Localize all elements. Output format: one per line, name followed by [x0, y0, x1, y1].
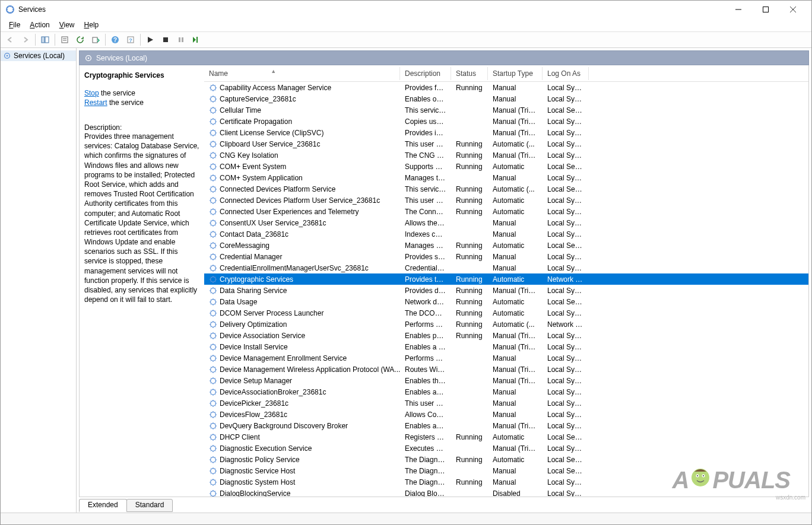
service-row[interactable]: Data Sharing ServiceProvides da...Runnin…: [204, 285, 808, 296]
show-hide-tree-button[interactable]: [38, 33, 52, 47]
service-desc-cell: Dialog Bloc...: [400, 489, 451, 497]
service-status-cell: Running: [451, 163, 488, 171]
column-name[interactable]: Name▲: [204, 67, 400, 80]
service-row[interactable]: Device Setup ManagerEnables the ...Manua…: [204, 375, 808, 386]
service-status-cell: Running: [451, 241, 488, 250]
service-row[interactable]: Data UsageNetwork da...RunningAutomaticL…: [204, 296, 808, 307]
service-row[interactable]: Device Management Enrollment ServicePerf…: [204, 352, 808, 364]
service-name-cell: Device Install Service: [204, 343, 400, 351]
service-row[interactable]: Clipboard User Service_23681cThis user s…: [204, 138, 808, 149]
service-desc-cell: Enables the ...: [400, 377, 451, 385]
service-row[interactable]: DCOM Server Process LauncherThe DCOML...…: [204, 307, 808, 319]
service-row[interactable]: Capability Access Manager ServiceProvide…: [204, 82, 808, 93]
service-name-cell: DeviceAssociationBroker_23681c: [204, 388, 400, 396]
service-row[interactable]: Diagnostic Policy ServiceThe Diagno...Ru…: [204, 454, 808, 465]
refresh-button[interactable]: [73, 33, 87, 47]
service-startup-cell: Manual (Trig...: [488, 129, 543, 137]
restart-service-link[interactable]: Restart: [84, 98, 107, 107]
column-description[interactable]: Description: [400, 67, 451, 80]
service-logon-cell: Local Syste...: [543, 332, 589, 340]
service-logon-cell: Local Syste...: [543, 489, 589, 497]
service-row[interactable]: ConsentUX User Service_23681cAllows the …: [204, 217, 808, 228]
services-list[interactable]: Name▲ Description Status Startup Type Lo…: [204, 65, 808, 497]
export-list-button[interactable]: [88, 33, 103, 47]
column-status[interactable]: Status: [451, 67, 488, 80]
tree-item-services-local[interactable]: Services (Local): [1, 50, 76, 61]
console-tree[interactable]: Services (Local): [1, 48, 77, 513]
menu-help[interactable]: Help: [80, 20, 104, 30]
service-row[interactable]: Contact Data_23681cIndexes con...ManualL…: [204, 228, 808, 240]
services-window: Services File Action View Help ? ?: [0, 0, 812, 525]
help-topics-button[interactable]: ?: [123, 33, 138, 47]
menu-action[interactable]: Action: [25, 20, 54, 30]
pause-service-button[interactable]: [174, 33, 188, 47]
service-row[interactable]: CoreMessagingManages co...RunningAutomat…: [204, 240, 808, 251]
service-status-cell: Running: [451, 332, 488, 340]
service-desc-cell: Executes di...: [400, 444, 451, 453]
column-logon-as[interactable]: Log On As: [543, 67, 589, 80]
gear-icon: [209, 275, 217, 284]
service-row[interactable]: DialogBlockingServiceDialog Bloc...Disab…: [204, 488, 808, 497]
service-name-cell: Connected User Experiences and Telemetry: [204, 208, 400, 216]
stop-service-button[interactable]: [158, 33, 173, 47]
menu-file[interactable]: File: [4, 20, 25, 30]
service-row[interactable]: Cryptographic ServicesProvides thr...Run…: [204, 273, 808, 285]
back-button[interactable]: [3, 33, 17, 47]
service-row[interactable]: Delivery OptimizationPerforms co...Runni…: [204, 319, 808, 330]
service-status-cell: Running: [451, 320, 488, 329]
service-startup-cell: Manual: [488, 253, 543, 261]
service-row[interactable]: Certificate PropagationCopies user ...Ma…: [204, 116, 808, 127]
service-name-cell: Diagnostic Service Host: [204, 467, 400, 475]
service-row[interactable]: DHCP ClientRegisters an...RunningAutomat…: [204, 431, 808, 443]
svg-rect-2: [763, 7, 769, 12]
properties-button[interactable]: [58, 33, 72, 47]
service-row[interactable]: Device Association ServiceEnables pair..…: [204, 330, 808, 341]
service-row[interactable]: COM+ Event SystemSupports Sy...RunningAu…: [204, 161, 808, 172]
stop-service-link[interactable]: Stop: [84, 89, 99, 97]
gear-icon: [209, 95, 217, 103]
service-row[interactable]: Diagnostic System HostThe Diagno...Runni…: [204, 476, 808, 488]
service-startup-cell: Manual (Trig...: [488, 287, 543, 295]
service-logon-cell: Local Service: [543, 163, 589, 171]
service-startup-cell: Automatic (...: [488, 185, 543, 193]
tab-standard[interactable]: Standard: [126, 499, 173, 512]
service-row[interactable]: Connected Devices Platform ServiceThis s…: [204, 183, 808, 195]
service-row[interactable]: Cellular TimeThis service ...Manual (Tri…: [204, 104, 808, 116]
help-button[interactable]: ?: [108, 33, 122, 47]
service-row[interactable]: DevQuery Background Discovery BrokerEnab…: [204, 420, 808, 431]
forward-button[interactable]: [18, 33, 33, 47]
maximize-button[interactable]: [752, 1, 779, 18]
service-row[interactable]: COM+ System ApplicationManages th...Manu…: [204, 172, 808, 183]
service-row[interactable]: DevicePicker_23681cThis user ser...Manua…: [204, 397, 808, 409]
start-service-button[interactable]: [143, 33, 157, 47]
service-desc-cell: The Diagno...: [400, 467, 451, 475]
service-row[interactable]: Device Management Wireless Application P…: [204, 364, 808, 375]
service-desc-cell: Provides fac...: [400, 84, 451, 92]
service-logon-cell: Local Syste...: [543, 129, 589, 137]
service-row[interactable]: Client License Service (ClipSVC)Provides…: [204, 127, 808, 138]
restart-service-button[interactable]: [189, 33, 204, 47]
service-row[interactable]: Device Install ServiceEnables a c...Manu…: [204, 341, 808, 352]
service-startup-cell: Manual (Trig...: [488, 106, 543, 114]
minimize-button[interactable]: [725, 1, 752, 18]
menu-view[interactable]: View: [55, 20, 80, 30]
service-logon-cell: Local Syste...: [543, 444, 589, 453]
service-row[interactable]: Diagnostic Service HostThe Diagno...Manu…: [204, 465, 808, 476]
restart-suffix: the service: [107, 98, 144, 107]
service-row[interactable]: Credential ManagerProvides se...RunningM…: [204, 251, 808, 262]
service-row[interactable]: DeviceAssociationBroker_23681cEnables ap…: [204, 386, 808, 397]
service-row[interactable]: Connected Devices Platform User Service_…: [204, 195, 808, 206]
service-row[interactable]: CaptureService_23681cEnables opti...Manu…: [204, 93, 808, 104]
service-logon-cell: Local Service: [543, 241, 589, 250]
close-button[interactable]: [779, 1, 807, 18]
tab-extended[interactable]: Extended: [79, 499, 127, 512]
service-name-cell: CoreMessaging: [204, 241, 400, 250]
service-row[interactable]: CNG Key IsolationThe CNG ke...RunningMan…: [204, 149, 808, 161]
service-row[interactable]: CredentialEnrollmentManagerUserSvc_23681…: [204, 262, 808, 273]
service-name-cell: Cellular Time: [204, 106, 400, 114]
gear-icon: [209, 140, 217, 148]
service-row[interactable]: DevicesFlow_23681cAllows Con...ManualLoc…: [204, 409, 808, 420]
column-startup-type[interactable]: Startup Type: [488, 67, 543, 80]
service-row[interactable]: Diagnostic Execution ServiceExecutes di.…: [204, 443, 808, 454]
service-row[interactable]: Connected User Experiences and Telemetry…: [204, 206, 808, 217]
